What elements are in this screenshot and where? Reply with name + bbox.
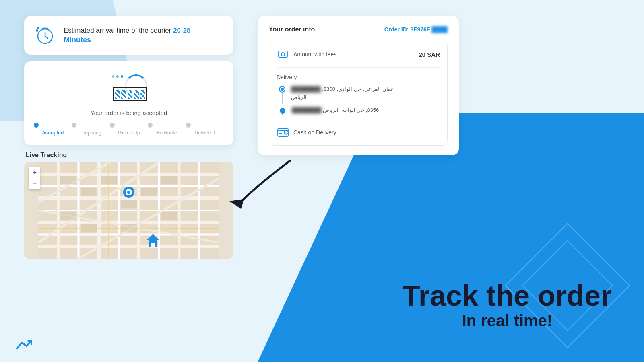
track-heading: Track the order (402, 280, 612, 312)
amount-row: Amount with fees 20 SAR (277, 48, 440, 68)
eta-card: Estimated arrival time of the courier 20… (24, 16, 233, 55)
payment-row: Cash on Delivery (277, 121, 440, 139)
eta-time-range: 20-25 (173, 27, 190, 34)
from-address-blur: ████████ (291, 85, 321, 93)
svg-point-7 (36, 29, 38, 32)
amount-label: Amount with fees (293, 51, 336, 58)
svg-rect-29 (80, 188, 97, 196)
step-enroute: En Route (148, 123, 186, 136)
delivery-route: عفان الفرعي, حي الوادي, 8300, ████████ ا… (277, 85, 440, 114)
svg-rect-37 (161, 212, 177, 220)
track-subheading: In real time! (402, 312, 612, 330)
zoom-out-button[interactable]: − (29, 178, 40, 189)
order-header: Your order info Order ID: 8E976F ████ (269, 26, 448, 33)
svg-rect-33 (161, 176, 177, 184)
clock-icon (34, 24, 56, 47)
order-inner: Amount with fees 20 SAR Delivery (269, 41, 448, 146)
logo-area (16, 340, 34, 355)
route-item-from: عفان الفرعي, حي الوادي, 8300, ████████ ا… (280, 85, 440, 104)
loading-animation (109, 71, 149, 103)
step-pickedup-label: Picked Up (118, 130, 140, 136)
svg-rect-31 (121, 200, 137, 208)
payment-icon (277, 126, 289, 139)
route-to-dot-container (280, 106, 285, 113)
from-address: عفان الفرعي, حي الوادي, 8300, ████████ ا… (289, 85, 394, 101)
eta-description: Estimated arrival time of the courier (64, 27, 171, 34)
step-delivered-label: Delivered (194, 130, 215, 136)
svg-rect-46 (279, 51, 287, 58)
payment-label: Cash on Delivery (293, 129, 336, 136)
map-controls: + − (29, 167, 40, 189)
amount-label-row: Amount with fees (277, 48, 336, 61)
order-info-title: Your order info (269, 26, 315, 33)
map-container: + − (24, 162, 233, 259)
step-pickedup: Picked Up (110, 123, 148, 136)
step-preparing-label: Preparing (80, 130, 101, 136)
zoom-in-button[interactable]: + (29, 167, 40, 178)
marketing-section: Track the order In real time! (402, 280, 612, 330)
to-address-text: 8356, حي الواحة, الرياض ████████ (292, 107, 379, 113)
live-tracking-section: Live Tracking (24, 152, 233, 259)
eta-minutes-label: Minutes (64, 35, 191, 45)
svg-marker-0 (229, 199, 244, 209)
svg-rect-32 (141, 188, 157, 196)
svg-rect-44 (151, 243, 155, 247)
left-panel: Estimated arrival time of the courier 20… (24, 16, 233, 259)
right-panel: Your order info Order ID: 8E976F ████ (258, 16, 620, 155)
delivery-section: Delivery عفان الفرعي, حي الوادي, 8300, (277, 74, 440, 114)
svg-line-3 (45, 36, 48, 38)
status-label: Your order is being accepted (91, 109, 167, 116)
order-id-blur: ████ (431, 26, 448, 33)
arrow-decoration (225, 153, 306, 215)
order-card: Your order info Order ID: 8E976F ████ (258, 16, 459, 155)
to-address: 8356, حي الواحة, الرياض ████████ (290, 106, 379, 114)
live-tracking-label: Live Tracking (24, 152, 233, 159)
eta-text: Estimated arrival time of the courier 20… (64, 26, 191, 45)
step-delivered: Delivered (186, 123, 224, 136)
from-address-text: عفان الفرعي, حي الوادي, 8300, ████████ ا… (291, 86, 394, 100)
route-from-dot-container (280, 85, 285, 104)
svg-point-6 (37, 27, 39, 29)
svg-rect-34 (60, 212, 76, 220)
step-preparing: Preparing (72, 123, 109, 136)
svg-point-42 (127, 191, 130, 194)
step-enroute-label: En Route (157, 130, 177, 136)
to-address-blur: ████████ (292, 106, 322, 114)
svg-rect-50 (279, 133, 282, 134)
fee-icon (277, 48, 289, 61)
step-accepted-label: Accepted (42, 130, 64, 136)
route-item-to: 8356, حي الواحة, الرياض ████████ (280, 106, 440, 114)
logo-icon (16, 340, 34, 355)
svg-rect-28 (60, 176, 76, 184)
status-card: Your order is being accepted Accepted (24, 61, 233, 145)
amount-value: 20 SAR (419, 51, 440, 58)
step-accepted: Accepted (34, 123, 72, 136)
steps-container: Accepted Preparing Picked Up (34, 123, 224, 136)
delivery-title: Delivery (277, 74, 440, 80)
svg-point-47 (281, 53, 285, 56)
order-id: Order ID: 8E976F ████ (384, 26, 448, 33)
